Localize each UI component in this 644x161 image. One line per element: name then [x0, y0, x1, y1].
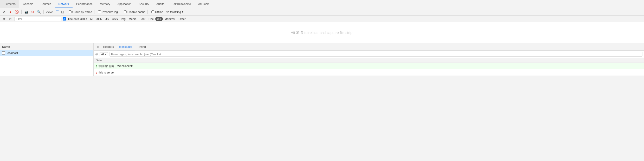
throttle-label: No throttling [166, 10, 181, 14]
toolbar-row1: ✕ ● 🚫 📷 ⊘ 🔍 View: ☰ ⊟ Group by frame Pre… [0, 8, 644, 16]
left-panel-header: Name [0, 43, 93, 50]
received-arrow: ↓ [96, 70, 98, 75]
sent-text: 学院君: 你好，WebSocket! [99, 64, 133, 68]
filter-tag-font[interactable]: Font [138, 17, 147, 21]
divider1 [21, 10, 22, 14]
name-column-header: Name [2, 45, 10, 48]
right-panel: × HeadersMessagesTiming ⊘ All ▾ Data ↑ 学… [94, 43, 644, 76]
disable-cache-label: Disable cache [127, 10, 145, 14]
divider3 [94, 10, 94, 14]
block-icon[interactable]: ⊘ [8, 16, 13, 22]
offline-label: Offline [155, 10, 163, 14]
reload-icon[interactable]: ↺ [2, 16, 7, 22]
group-by-frame-group: Group by frame [69, 10, 92, 14]
camera-button[interactable]: 📷 [24, 9, 29, 15]
record-button[interactable]: ● [8, 9, 13, 15]
disable-cache-group: Disable cache [124, 10, 145, 14]
tab-sources[interactable]: Sources [37, 0, 55, 8]
tab-application[interactable]: Application [114, 0, 135, 8]
hide-data-urls-label: Hide data URLs [67, 17, 87, 21]
row2-icons: ↺ ⊘ [2, 16, 13, 22]
toolbar-row2: ↺ ⊘ Hide data URLs AllXHRJSCSSImgMediaFo… [0, 16, 644, 22]
tab-adblock[interactable]: AdBlock [195, 0, 212, 8]
preserve-log-label: Preserve log [102, 10, 118, 14]
view-detail-icon[interactable]: ⊟ [60, 9, 65, 15]
filter-tag-other[interactable]: Other [177, 17, 187, 21]
divider4 [120, 10, 120, 14]
messages-toolbar: ⊘ All ▾ [94, 51, 644, 58]
group-by-frame-checkbox[interactable] [69, 10, 72, 13]
main-content: Hit ⌘ R to reload and capture filmstrip.… [0, 22, 644, 76]
left-panel: Name localhost [0, 43, 94, 76]
clear-button[interactable]: 🚫 [14, 9, 19, 15]
network-row-localhost[interactable]: localhost [0, 50, 93, 56]
msg-filter-arrow: ▾ [105, 53, 106, 56]
right-tabs: × HeadersMessagesTiming [94, 43, 644, 51]
message-row-received[interactable]: ↓ this is server [94, 69, 644, 76]
hide-data-urls-group: Hide data URLs [63, 17, 87, 21]
offline-checkbox[interactable] [151, 10, 154, 13]
filter-tags: AllXHRJSCSSImgMediaFontDocWSManifestOthe… [89, 17, 187, 21]
msg-block-icon: ⊘ [95, 52, 98, 56]
search-button[interactable]: 🔍 [36, 9, 41, 15]
network-row-name: localhost [7, 51, 18, 55]
tab-memory[interactable]: Memory [96, 0, 114, 8]
filter-tag-doc[interactable]: Doc [147, 17, 155, 21]
tab-security[interactable]: Security [135, 0, 153, 8]
ws-row-icon [2, 51, 5, 55]
msg-block-icon-group: ⊘ [95, 52, 98, 56]
filter-tag-all[interactable]: All [89, 17, 94, 21]
filmstrip-hint: Hit ⌘ R to reload and capture filmstrip. [285, 25, 358, 40]
close-detail-button[interactable]: × [95, 45, 100, 49]
tab-network[interactable]: Network [55, 0, 73, 8]
preserve-log-checkbox[interactable] [98, 10, 101, 13]
hide-data-urls-checkbox[interactable] [63, 17, 66, 21]
filter-tag-ws[interactable]: WS [155, 17, 163, 21]
preserve-log-group: Preserve log [98, 10, 118, 14]
tab-console[interactable]: Console [19, 0, 37, 8]
right-tab-headers[interactable]: Headers [100, 43, 117, 50]
divider5 [147, 10, 148, 14]
throttle-arrow: ▾ [182, 10, 183, 14]
right-tab-timing[interactable]: Timing [135, 43, 149, 50]
msg-filter-input[interactable] [110, 52, 642, 57]
sent-arrow: ↑ [96, 64, 98, 68]
msg-filter-select[interactable]: All ▾ [100, 52, 108, 56]
view-label: View: [46, 10, 53, 14]
filter-button[interactable]: ⊘ [30, 9, 35, 15]
tab-elements[interactable]: Elements [0, 0, 19, 8]
filter-input[interactable] [14, 17, 61, 21]
group-by-frame-label: Group by frame [72, 10, 92, 14]
message-row-sent[interactable]: ↑ 学院君: 你好，WebSocket! [94, 63, 644, 69]
filter-tag-js[interactable]: JS [104, 17, 110, 21]
split-pane: Name localhost × HeadersMessagesTiming ⊘… [0, 43, 644, 76]
view-list-icon[interactable]: ☰ [55, 9, 60, 15]
offline-group: Offline [151, 10, 163, 14]
filter-tag-img[interactable]: Img [120, 17, 127, 21]
filter-tag-xhr[interactable]: XHR [95, 17, 104, 21]
filter-tag-media[interactable]: Media [127, 17, 138, 21]
divider2 [43, 10, 44, 14]
close-icon[interactable]: ✕ [2, 9, 7, 15]
filter-tag-css[interactable]: CSS [111, 17, 119, 21]
tab-performance[interactable]: Performance [73, 0, 96, 8]
tab-audits[interactable]: Audits [153, 0, 168, 8]
filmstrip-area: Hit ⌘ R to reload and capture filmstrip. [0, 22, 644, 43]
msg-filter-value: All [101, 53, 104, 56]
data-header: Data [94, 58, 644, 63]
disable-cache-checkbox[interactable] [124, 10, 127, 13]
tab-editthiscookie[interactable]: EditThisCookie [168, 0, 195, 8]
received-text: this is server [99, 71, 115, 74]
view-icons: ☰ ⊟ [55, 9, 65, 15]
right-tab-messages[interactable]: Messages [117, 43, 135, 50]
filter-tag-manifest[interactable]: Manifest [163, 17, 177, 21]
throttle-select[interactable]: No throttling ▾ [164, 10, 185, 14]
tab-bar: ElementsConsoleSourcesNetworkPerformance… [0, 0, 644, 8]
